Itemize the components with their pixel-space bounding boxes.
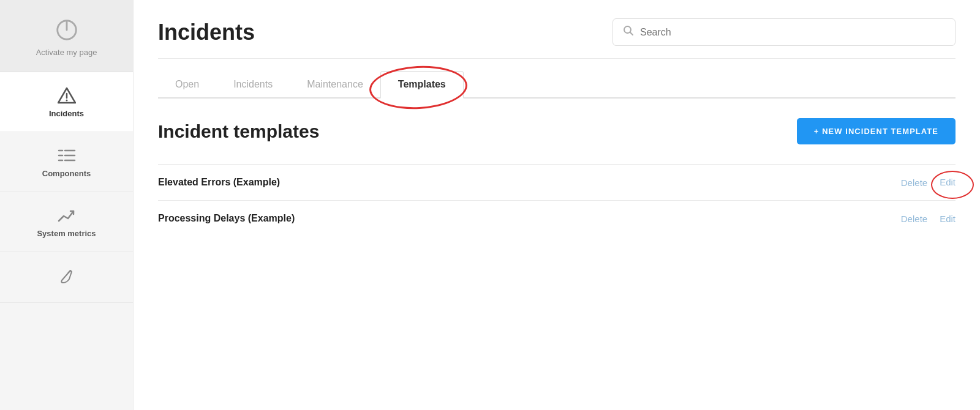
template-list: Elevated Errors (Example) Delete Edit Pr… [158, 164, 956, 236]
svg-point-4 [66, 100, 67, 102]
content-area: Incident templates + NEW INCIDENT TEMPLA… [158, 99, 956, 248]
components-nav-label: Components [42, 169, 91, 178]
warning-icon [57, 86, 77, 105]
sidebar-item-incidents[interactable]: Incidents [0, 72, 133, 132]
edit-button-1[interactable]: Edit [940, 214, 956, 224]
sidebar-item-customize[interactable] [0, 252, 133, 303]
activate-my-page-button[interactable]: Activate my page [0, 0, 133, 72]
list-icon [57, 146, 77, 165]
content-header: Incident templates + NEW INCIDENT TEMPLA… [158, 118, 956, 144]
chart-icon [57, 206, 77, 225]
sidebar-item-components[interactable]: Components [0, 132, 133, 192]
tab-incidents[interactable]: Incidents [216, 72, 290, 99]
brush-icon [57, 266, 77, 285]
template-actions: Delete Edit [901, 177, 956, 188]
main-content: Incidents Open Incidents Maintenance Tem… [134, 0, 980, 410]
template-name: Processing Delays (Example) [158, 213, 295, 224]
tab-templates-wrap: Templates [380, 71, 464, 97]
svg-line-11 [68, 270, 70, 273]
delete-button-0[interactable]: Delete [901, 177, 927, 188]
page-title: Incidents [158, 20, 255, 45]
power-icon [54, 17, 80, 43]
tab-maintenance[interactable]: Maintenance [290, 72, 380, 99]
search-icon [623, 25, 634, 39]
page-header: Incidents [158, 0, 956, 59]
new-incident-template-button[interactable]: + NEW INCIDENT TEMPLATE [797, 118, 956, 144]
template-actions: Delete Edit [901, 214, 956, 224]
tab-open[interactable]: Open [158, 72, 216, 99]
delete-button-1[interactable]: Delete [901, 214, 927, 224]
search-box[interactable] [612, 18, 956, 46]
incidents-nav-label: Incidents [49, 109, 84, 118]
table-row: Elevated Errors (Example) Delete Edit [158, 164, 956, 200]
section-title: Incident templates [158, 121, 319, 142]
system-metrics-nav-label: System metrics [37, 229, 96, 238]
template-name: Elevated Errors (Example) [158, 177, 280, 188]
tab-templates[interactable]: Templates [380, 71, 464, 99]
sidebar-item-system-metrics[interactable]: System metrics [0, 192, 133, 252]
edit-button-0[interactable]: Edit [940, 177, 956, 187]
table-row: Processing Delays (Example) Delete Edit [158, 200, 956, 236]
tab-bar: Open Incidents Maintenance Templates [158, 65, 956, 99]
svg-line-13 [630, 32, 633, 35]
sidebar: Activate my page Incidents Components [0, 0, 134, 410]
edit-circle-wrap-0: Edit [940, 177, 956, 188]
search-input[interactable] [640, 27, 945, 38]
activate-label: Activate my page [36, 48, 97, 57]
